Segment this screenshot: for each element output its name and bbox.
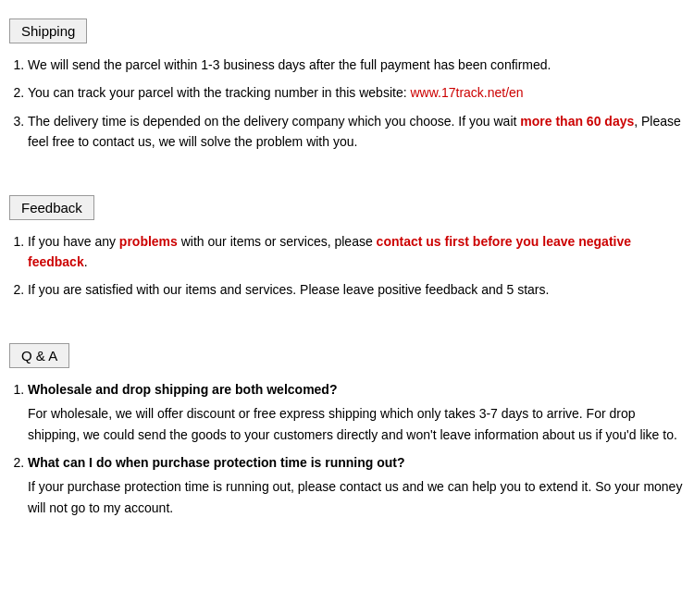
qa-question-1: Wholesale and drop shipping are both wel… <box>28 379 685 400</box>
qa-answer-1: For wholesale, we will offer discount or… <box>28 403 685 445</box>
tracking-link[interactable]: www.17track.net/en <box>410 85 523 100</box>
shipping-item-3: The delivery time is depended on the del… <box>28 111 685 153</box>
qa-section: Q & A Wholesale and drop shipping are bo… <box>9 334 685 518</box>
feedback-list: If you have any problems with our items … <box>9 231 685 301</box>
feedback-item-1: If you have any problems with our items … <box>28 231 685 273</box>
problems-link[interactable]: problems <box>119 234 178 249</box>
shipping-item-3-text-before: The delivery time is depended on the del… <box>28 114 520 129</box>
qa-answer-2: If your purchase protection time is runn… <box>28 476 685 518</box>
shipping-header: Shipping <box>9 18 87 43</box>
qa-header: Q & A <box>9 343 69 368</box>
shipping-item-3-bold-red: more than 60 days <box>520 114 634 129</box>
shipping-item-2-text-before: You can track your parcel with the track… <box>28 85 410 100</box>
feedback-item-2-text: If you are satisfied with our items and … <box>28 282 549 297</box>
feedback-section: Feedback If you have any problems with o… <box>9 186 685 301</box>
shipping-section: Shipping We will send the parcel within … <box>9 9 685 153</box>
shipping-item-1: We will send the parcel within 1-3 busin… <box>28 55 685 75</box>
qa-question-2: What can I do when purchase protection t… <box>28 452 685 473</box>
qa-item-2: What can I do when purchase protection t… <box>28 452 685 518</box>
shipping-item-2: You can track your parcel with the track… <box>28 82 685 103</box>
qa-item-1: Wholesale and drop shipping are both wel… <box>28 379 685 445</box>
shipping-item-1-text: We will send the parcel within 1-3 busin… <box>28 57 551 72</box>
feedback-item-1-text-after: . <box>84 254 88 269</box>
feedback-item-1-text-before: If you have any <box>28 234 119 249</box>
feedback-item-2: If you are satisfied with our items and … <box>28 279 685 300</box>
shipping-list: We will send the parcel within 1-3 busin… <box>9 55 685 153</box>
feedback-item-1-text-middle: with our items or services, please <box>178 234 377 249</box>
qa-list: Wholesale and drop shipping are both wel… <box>9 379 685 518</box>
feedback-header: Feedback <box>9 195 94 220</box>
